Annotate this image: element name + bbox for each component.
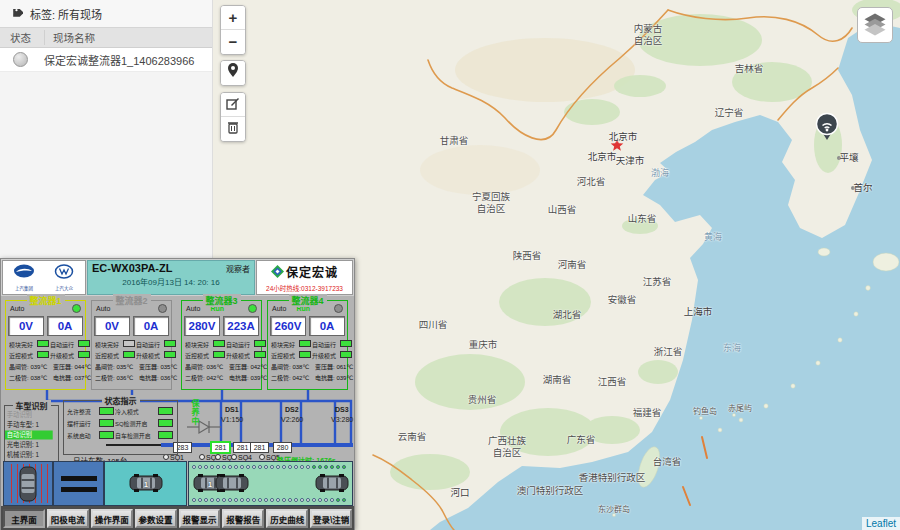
chain-dot	[204, 498, 208, 502]
rectifier-status: 自动运行	[136, 339, 177, 348]
voltage-display: 280V	[184, 316, 220, 336]
chain-dot	[318, 465, 322, 469]
menu-button[interactable]: 操作界面	[91, 509, 133, 528]
menu-button[interactable]: 参数设置	[135, 509, 177, 528]
chain-dot	[288, 465, 292, 469]
led-indicator	[37, 351, 49, 358]
rectifier-status: 近控模式	[95, 350, 136, 359]
rectifier-status: 近控模式	[185, 350, 226, 359]
menu-button[interactable]: 报警报告	[222, 509, 264, 528]
menu-button[interactable]: 历史曲线	[266, 509, 308, 528]
current-display: 0A	[309, 316, 345, 336]
chain-dot	[222, 465, 226, 469]
rectifier-status: 模块完好	[95, 339, 136, 348]
map-label: 上海市	[684, 304, 713, 318]
led-indicator	[99, 407, 114, 415]
map-label: 湖北省	[553, 307, 582, 321]
map-label: 福建省	[633, 405, 662, 419]
chain-dot	[216, 498, 220, 502]
map-label: 江西省	[598, 374, 627, 388]
map-label: 香港特别行政区	[579, 470, 646, 484]
layers-button[interactable]	[857, 7, 893, 43]
chain-dot	[210, 465, 214, 469]
sidebar-header: 标签: 所有现场	[0, 0, 212, 27]
chain-dots-top	[192, 465, 349, 469]
temperature-reading: 二极管: 036℃	[95, 373, 133, 382]
site-marker[interactable]	[814, 112, 840, 142]
rectifier-box: 整流器1 Auto 0V 0A 模块完好 自动运行 近控模式 升级模式 晶闸管:…	[5, 300, 86, 390]
map-label: 平壤	[839, 150, 858, 164]
chain-dot	[330, 465, 334, 469]
disconnect-switch-voltage: V1:150	[221, 416, 243, 423]
status-item: 系统启动	[67, 431, 115, 439]
chain-dot	[306, 498, 310, 502]
conveyor-tank2-section: 1	[188, 461, 353, 506]
map-attribution[interactable]: Leaflet	[862, 517, 900, 530]
map-label: 河北省	[577, 174, 606, 188]
chain-dot	[306, 465, 310, 469]
zoom-in-button[interactable]: +	[221, 6, 245, 30]
vehicle-id-rows: 手动识别手动车型: 1自动识别光电识别: 1机械识别: 1	[5, 406, 58, 460]
chain-dot	[342, 465, 346, 469]
temperature-reading: 晶闸管: 039℃	[9, 362, 47, 371]
rectifier-run-dot	[248, 304, 257, 313]
rectifier-box: 整流器3 Auto Run 280V 223A 模块完好 自动运行 近控模式 升…	[181, 300, 262, 390]
breaker-value: 281	[210, 441, 231, 454]
status-box: 状态指示 允许整流 冷入模式 摆杆运行 SQ检测开启 系统启动 自车检测开启	[63, 400, 178, 455]
chain-dot	[294, 465, 298, 469]
site-row[interactable]: 保定宏诚整流器1_1406283966	[0, 48, 212, 72]
vehicle-id-box: 车型识别 手动识别手动车型: 1自动识别光电识别: 1机械识别: 1	[4, 405, 59, 464]
chain-dot	[246, 465, 250, 469]
map-label: 湖南省	[543, 372, 572, 386]
map-label: 重庆市	[469, 337, 498, 351]
led-indicator	[299, 340, 311, 347]
chain-dot	[270, 465, 274, 469]
menu-button[interactable]: 登录\注销	[310, 509, 352, 528]
led-indicator	[158, 419, 173, 427]
layers-icon	[861, 10, 889, 38]
tag-icon	[10, 7, 23, 20]
tag-header-label: 标签: 所有现场	[30, 6, 102, 22]
zoom-out-button[interactable]: −	[221, 30, 245, 54]
edit-button[interactable]	[221, 93, 245, 117]
map-label: 赤尾屿	[728, 402, 752, 413]
vehicle-id-title: 车型识别	[13, 400, 51, 411]
map-label: 云南省	[398, 429, 427, 443]
breaker-value: 280	[273, 442, 292, 453]
company-logo-icon	[271, 265, 284, 278]
map-label: 甘肃省	[440, 133, 469, 147]
disconnect-switch-voltage: V3:280	[331, 416, 353, 423]
rectifier-status: 升级模式	[312, 350, 353, 359]
chain-dot	[270, 498, 274, 502]
limit-switch-label: SQ4	[231, 454, 252, 461]
map-label: 广东省	[567, 432, 596, 446]
temperature-reading: 电抗器: 039℃	[315, 373, 353, 382]
car-number: 1	[144, 481, 148, 488]
map-label: 山西省	[548, 202, 577, 216]
rectifier-box: 整流器2 Auto 0V 0A 模块完好 自动运行 近控模式 升级模式 晶闸管:…	[91, 300, 172, 390]
led-indicator	[213, 340, 225, 347]
rectifier-title: 整流器3	[202, 294, 240, 307]
chain-dot	[264, 498, 268, 502]
led-indicator	[213, 351, 225, 358]
chain-dot	[240, 498, 244, 502]
menu-button[interactable]: 阳极电流	[47, 509, 89, 528]
delete-button[interactable]	[221, 117, 245, 141]
chain-dot	[246, 498, 250, 502]
chain-dot	[336, 498, 340, 502]
chain-dot	[192, 465, 196, 469]
chain-dot	[258, 498, 262, 502]
map-label: 山东省	[628, 211, 657, 225]
map-label: 浙江省	[654, 344, 683, 358]
locate-button[interactable]	[221, 61, 245, 85]
col-status: 状态	[0, 30, 45, 45]
temperature-reading: 电抗器: 039℃	[229, 373, 267, 382]
vehicle-id-row: 光电识别: 1	[5, 441, 53, 450]
menu-button[interactable]: 主界面	[3, 509, 45, 528]
chain-dot	[282, 465, 286, 469]
led-indicator	[254, 340, 266, 347]
menu-button[interactable]: 报警显示	[179, 509, 221, 528]
company-name: 保定宏诚	[286, 263, 338, 280]
map-label: 东海	[723, 341, 741, 354]
temperature-reading: 晶闸管: 035℃	[95, 362, 133, 371]
